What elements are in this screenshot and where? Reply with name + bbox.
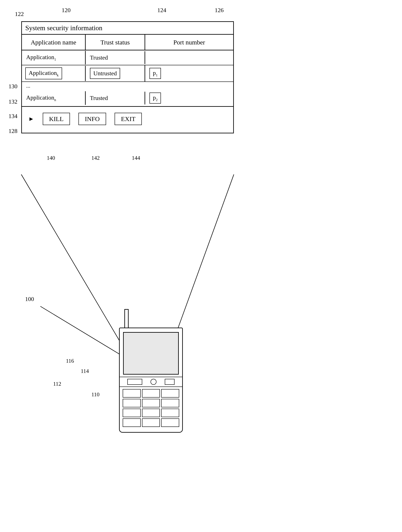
key-9[interactable] <box>161 409 179 417</box>
ref-100: 100 <box>25 296 34 303</box>
phone-left-button[interactable] <box>127 379 142 385</box>
phone-antenna <box>124 309 129 328</box>
row1-trust: Trusted <box>86 51 145 64</box>
kill-button[interactable]: KILL <box>43 113 70 125</box>
arrow-indicator: ► <box>28 115 34 122</box>
table-row: Application1 Trusted <box>22 51 233 65</box>
table-section: Application name Trust status Port numbe… <box>22 35 233 107</box>
buttons-section: ► KILL INFO EXIT <box>22 107 233 133</box>
phone-screen <box>123 332 179 375</box>
ref-120: 120 <box>62 7 71 14</box>
phone-device <box>119 328 183 433</box>
key-2[interactable] <box>142 389 160 398</box>
key-3[interactable] <box>161 389 179 398</box>
header-port-number: Port number <box>145 35 233 50</box>
keypad-row-1 <box>123 389 179 398</box>
row3-app: Applicationn <box>22 91 86 105</box>
row2-app: Applicationk <box>22 66 86 81</box>
ref-122: 122 <box>15 11 24 18</box>
ellipsis-row: ... <box>22 82 233 90</box>
key-1[interactable] <box>123 389 141 398</box>
ref-126: 126 <box>215 7 224 14</box>
ref-134: 134 <box>8 113 18 120</box>
key-5[interactable] <box>142 399 160 407</box>
phone-keypad <box>120 388 182 432</box>
header-trust-status: Trust status <box>86 35 145 50</box>
row1-port <box>145 55 233 60</box>
ref-124: 124 <box>157 7 166 14</box>
phone-right-button[interactable] <box>165 379 175 385</box>
keypad-row-2 <box>123 399 179 407</box>
phone-controls <box>120 377 182 387</box>
ref-142: 142 <box>91 155 100 161</box>
table-header-row: Application name Trust status Port numbe… <box>22 35 233 51</box>
ref-116: 116 <box>66 358 74 364</box>
phone-center-button[interactable] <box>151 379 157 385</box>
ref-132: 132 <box>8 98 18 105</box>
row2-trust: Untrusted <box>86 65 145 82</box>
ref-128: 128 <box>8 128 18 134</box>
keypad-row-3 <box>123 409 179 417</box>
row3-port: p2 <box>145 90 233 106</box>
key-0[interactable] <box>142 418 160 427</box>
svg-line-2 <box>40 306 132 362</box>
ref-110: 110 <box>91 391 100 398</box>
svg-line-0 <box>21 174 132 362</box>
key-7[interactable] <box>123 409 141 417</box>
ref-144: 144 <box>132 155 140 161</box>
table-row-highlighted: Applicationk Untrusted p1 <box>22 65 233 82</box>
header-app-name: Application name <box>22 35 86 50</box>
key-hash[interactable] <box>161 418 179 427</box>
dialog-title: System security information <box>22 22 233 35</box>
row3-trust: Trusted <box>86 92 145 104</box>
key-8[interactable] <box>142 409 160 417</box>
ref-114: 114 <box>81 368 89 374</box>
ref-140: 140 <box>47 155 55 161</box>
key-4[interactable] <box>123 399 141 407</box>
ref-130: 130 <box>8 83 18 90</box>
info-button[interactable]: INFO <box>78 113 106 125</box>
exit-button[interactable]: EXIT <box>115 113 142 125</box>
table-row: Applicationn Trusted p2 <box>22 90 233 106</box>
row1-app: Application1 <box>22 51 86 64</box>
row2-port: p1 <box>145 65 233 81</box>
ref-112: 112 <box>53 381 61 387</box>
key-6[interactable] <box>161 399 179 407</box>
dialog-box: System security information Application … <box>21 21 234 133</box>
key-star[interactable] <box>123 418 141 427</box>
keypad-row-4 <box>123 418 179 427</box>
